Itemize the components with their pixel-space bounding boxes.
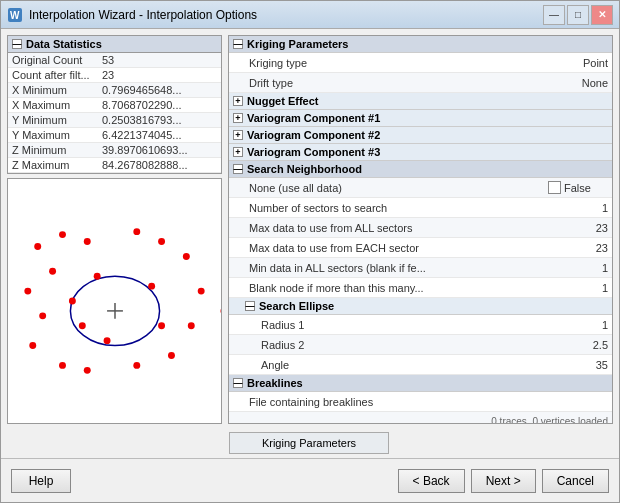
svg-point-13 — [59, 362, 66, 369]
stats-table: Original Count53Count after filt...23X M… — [8, 53, 221, 173]
radius1-label: Radius 1 — [237, 319, 548, 331]
maximize-button[interactable]: □ — [567, 5, 589, 25]
search-neighborhood-header[interactable]: — Search Neighborhood — [229, 161, 612, 178]
title-bar-left: W Interpolation Wizard - Interpolation O… — [7, 7, 257, 23]
close-button[interactable]: ✕ — [591, 5, 613, 25]
stats-row: X Minimum0.7969465648... — [8, 83, 221, 98]
traces-value: 0 traces, 0 vertices loaded — [488, 416, 608, 424]
stats-label: Count after filt... — [8, 68, 98, 83]
cancel-button[interactable]: Cancel — [542, 469, 609, 493]
none-use-all-label: None (use all data) — [237, 182, 548, 194]
stats-value: 53 — [98, 53, 221, 68]
min-all-sectors-label: Min data in ALL sectors (blank if fe... — [237, 262, 548, 274]
svg-point-7 — [59, 231, 66, 238]
svg-point-14 — [84, 367, 91, 374]
max-each-sector-value[interactable]: 23 — [548, 242, 608, 254]
min-all-sectors-value[interactable]: 1 — [548, 262, 608, 274]
radius1-row: Radius 1 1 — [229, 315, 612, 335]
collapse-kriging-icon[interactable]: — — [233, 39, 243, 49]
kriging-parameters-header[interactable]: — Kriging Parameters — [229, 36, 612, 53]
svg-point-23 — [94, 273, 101, 280]
minimize-button[interactable]: — — [543, 5, 565, 25]
kriging-type-value[interactable]: Point — [548, 57, 608, 69]
breaklines-file-row: File containing breaklines — [229, 392, 612, 412]
stats-label: X Maximum — [8, 98, 98, 113]
blank-node-value[interactable]: 1 — [548, 282, 608, 294]
search-ellipse-label: Search Ellipse — [259, 300, 334, 312]
expand-nugget-icon[interactable]: + — [233, 96, 243, 106]
angle-value[interactable]: 35 — [548, 359, 608, 371]
stats-value: 39.8970610693... — [98, 143, 221, 158]
none-use-all-row: None (use all data) False — [229, 178, 612, 198]
max-each-sector-label: Max data to use from EACH sector — [237, 242, 548, 254]
svg-point-21 — [133, 228, 140, 235]
radius2-row: Radius 2 2.5 — [229, 335, 612, 355]
breaklines-header[interactable]: — Breaklines — [229, 375, 612, 392]
main-content: — Data Statistics Original Count53Count … — [1, 29, 619, 430]
stats-row: Y Minimum0.2503816793... — [8, 113, 221, 128]
svg-text:W: W — [10, 10, 20, 21]
svg-point-10 — [24, 288, 31, 295]
next-button[interactable]: Next > — [471, 469, 536, 493]
angle-row: Angle 35 — [229, 355, 612, 375]
stats-row: Original Count53 — [8, 53, 221, 68]
svg-point-12 — [29, 342, 36, 349]
svg-point-15 — [133, 362, 140, 369]
radius1-value[interactable]: 1 — [548, 319, 608, 331]
data-statistics-header: — Data Statistics — [8, 36, 221, 53]
svg-point-9 — [49, 268, 56, 275]
stats-value: 0.2503816793... — [98, 113, 221, 128]
svg-point-25 — [158, 322, 165, 329]
wizard-icon: W — [7, 7, 23, 23]
drift-type-value[interactable]: None — [548, 77, 608, 89]
max-all-sectors-value[interactable]: 23 — [548, 222, 608, 234]
svg-point-6 — [34, 243, 41, 250]
expand-variogram3-icon[interactable]: + — [233, 147, 243, 157]
bottom-bar: Help < Back Next > Cancel — [1, 458, 619, 502]
right-panel[interactable]: — Kriging Parameters Kriging type Point … — [228, 35, 613, 424]
stats-label: Y Minimum — [8, 113, 98, 128]
status-label: Kriging Parameters — [229, 432, 389, 454]
max-each-sector-row: Max data to use from EACH sector 23 — [229, 238, 612, 258]
none-use-all-checkbox[interactable] — [548, 181, 561, 194]
svg-point-18 — [198, 288, 205, 295]
title-buttons: — □ ✕ — [543, 5, 613, 25]
variogram3-header[interactable]: + Variogram Component #3 — [229, 144, 612, 161]
blank-node-row: Blank node if more than this many... 1 — [229, 278, 612, 298]
variogram3-label: Variogram Component #3 — [247, 146, 380, 158]
collapse-stats-icon[interactable]: — — [12, 39, 22, 49]
stats-row: Y Maximum6.4221374045... — [8, 128, 221, 143]
collapse-ellipse-icon[interactable]: — — [245, 301, 255, 311]
search-neighborhood-label: Search Neighborhood — [247, 163, 362, 175]
svg-point-20 — [158, 238, 165, 245]
svg-point-27 — [79, 322, 86, 329]
variogram2-label: Variogram Component #2 — [247, 129, 380, 141]
stats-value: 8.7068702290... — [98, 98, 221, 113]
window-title: Interpolation Wizard - Interpolation Opt… — [29, 8, 257, 22]
data-statistics-box: — Data Statistics Original Count53Count … — [7, 35, 222, 174]
sectors-value[interactable]: 1 — [548, 202, 608, 214]
help-button[interactable]: Help — [11, 469, 71, 493]
variogram1-header[interactable]: + Variogram Component #1 — [229, 110, 612, 127]
expand-variogram2-icon[interactable]: + — [233, 130, 243, 140]
data-statistics-label: Data Statistics — [26, 38, 102, 50]
svg-point-8 — [84, 238, 91, 245]
nugget-effect-header[interactable]: + Nugget Effect — [229, 93, 612, 110]
radius2-value[interactable]: 2.5 — [548, 339, 608, 351]
svg-point-19 — [183, 253, 190, 260]
collapse-breaklines-icon[interactable]: — — [233, 378, 243, 388]
collapse-search-icon[interactable]: — — [233, 164, 243, 174]
stats-label: Original Count — [8, 53, 98, 68]
svg-rect-2 — [8, 217, 221, 385]
svg-point-16 — [168, 352, 175, 359]
variogram2-header[interactable]: + Variogram Component #2 — [229, 127, 612, 144]
nav-buttons: < Back Next > Cancel — [398, 469, 609, 493]
preview-box — [7, 178, 222, 424]
stats-row: Z Minimum39.8970610693... — [8, 143, 221, 158]
search-ellipse-header[interactable]: — Search Ellipse — [229, 298, 612, 315]
expand-variogram1-icon[interactable]: + — [233, 113, 243, 123]
blank-node-label: Blank node if more than this many... — [237, 282, 548, 294]
back-button[interactable]: < Back — [398, 469, 465, 493]
drift-type-row: Drift type None — [229, 73, 612, 93]
svg-point-11 — [39, 312, 46, 319]
